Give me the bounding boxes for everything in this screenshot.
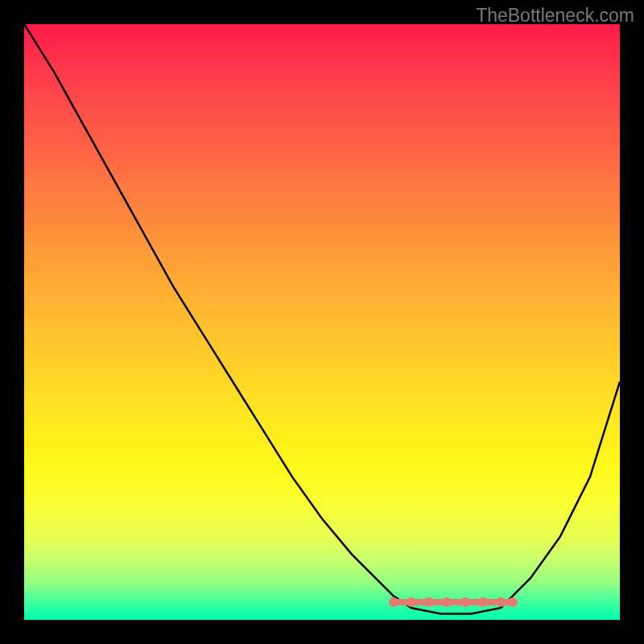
marker-dot (496, 597, 506, 607)
marker-dot (460, 597, 470, 607)
marker-dot (407, 597, 416, 607)
watermark-text: TheBottleneck.com (476, 5, 634, 27)
chart-plot-area (24, 24, 620, 620)
chart-curve (24, 24, 620, 620)
marker-dot (442, 597, 452, 607)
marker-dot (424, 597, 434, 607)
marker-dot (478, 597, 488, 607)
marker-dot (508, 597, 518, 607)
marker-dot (389, 597, 398, 607)
